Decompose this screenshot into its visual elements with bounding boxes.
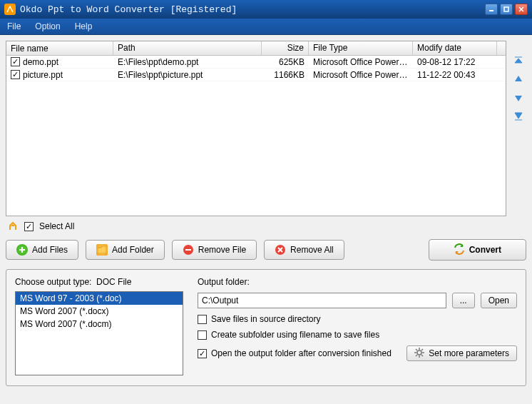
app-icon bbox=[4, 4, 16, 15]
move-top-button[interactable] bbox=[513, 55, 524, 66]
bottom-panel: Choose output type: DOC File MS Word 97 … bbox=[6, 269, 526, 386]
svg-line-18 bbox=[421, 349, 423, 350]
output-type-option[interactable]: MS Word 97 - 2003 (*.doc) bbox=[16, 292, 183, 305]
x-red-icon bbox=[275, 244, 286, 256]
convert-button[interactable]: Convert bbox=[429, 239, 526, 261]
svg-line-16 bbox=[416, 349, 417, 350]
svg-line-17 bbox=[421, 355, 423, 356]
window-title: Okdo Ppt to Word Converter [Registered] bbox=[20, 4, 485, 15]
file-table: File name Path Size File Type Modify dat… bbox=[6, 41, 506, 216]
row-filename: demo.ppt bbox=[23, 57, 58, 67]
folder-icon bbox=[96, 244, 108, 256]
gear-icon bbox=[414, 348, 424, 360]
close-button[interactable] bbox=[515, 4, 528, 15]
menu-file[interactable]: File bbox=[4, 20, 24, 33]
output-type-list[interactable]: MS Word 97 - 2003 (*.doc)MS Word 2007 (*… bbox=[15, 291, 183, 375]
table-row[interactable]: demo.pptE:\Files\ppt\demo.ppt625KBMicros… bbox=[6, 56, 506, 69]
svg-line-10 bbox=[278, 248, 282, 252]
output-type-option[interactable]: MS Word 2007 (*.docx) bbox=[16, 305, 183, 318]
open-folder-button[interactable]: Open bbox=[481, 293, 517, 308]
svg-line-2 bbox=[519, 7, 523, 11]
svg-point-6 bbox=[183, 245, 193, 255]
plus-icon bbox=[16, 244, 28, 256]
save-source-checkbox[interactable] bbox=[198, 315, 207, 324]
svg-line-9 bbox=[278, 248, 282, 252]
svg-point-11 bbox=[417, 350, 421, 355]
col-header-type[interactable]: File Type bbox=[309, 41, 413, 55]
row-date: 11-12-22 00:43 bbox=[413, 69, 497, 81]
menubar: File Option Help bbox=[0, 19, 532, 35]
col-header-date[interactable]: Modify date bbox=[413, 41, 497, 55]
col-header-name[interactable]: File name bbox=[6, 41, 113, 55]
remove-all-button[interactable]: Remove All bbox=[264, 240, 344, 260]
svg-rect-1 bbox=[504, 7, 508, 11]
row-size: 625KB bbox=[262, 56, 309, 68]
menu-help[interactable]: Help bbox=[72, 20, 96, 33]
row-checkbox[interactable] bbox=[11, 57, 20, 66]
col-header-size[interactable]: Size bbox=[262, 41, 309, 55]
minimize-button[interactable] bbox=[485, 4, 498, 15]
browse-button[interactable]: ... bbox=[452, 293, 475, 308]
save-source-label: Save files in source directory bbox=[211, 314, 320, 324]
move-down-button[interactable] bbox=[513, 92, 524, 103]
select-all-checkbox[interactable] bbox=[24, 222, 34, 231]
row-path: E:\Files\ppt\demo.ppt bbox=[113, 56, 262, 68]
row-checkbox[interactable] bbox=[11, 70, 20, 79]
up-folder-icon[interactable] bbox=[7, 221, 19, 232]
create-subfolder-label: Create subfolder using filename to save … bbox=[211, 330, 379, 340]
add-files-button[interactable]: Add Files bbox=[6, 240, 78, 260]
output-type-label: Choose output type: DOC File bbox=[15, 277, 183, 287]
move-bottom-button[interactable] bbox=[513, 111, 524, 122]
titlebar: Okdo Ppt to Word Converter [Registered] bbox=[0, 0, 532, 19]
row-type: Microsoft Office PowerP... bbox=[309, 56, 413, 68]
col-header-path[interactable]: Path bbox=[113, 41, 262, 55]
remove-file-button[interactable]: Remove File bbox=[172, 240, 257, 260]
convert-icon bbox=[454, 243, 465, 257]
output-type-option[interactable]: MS Word 2007 (*.docm) bbox=[16, 318, 183, 330]
row-date: 09-08-12 17:22 bbox=[413, 56, 497, 68]
minus-red-icon bbox=[183, 244, 194, 256]
svg-line-19 bbox=[416, 355, 417, 356]
svg-point-8 bbox=[275, 245, 285, 255]
row-filename: picture.ppt bbox=[23, 70, 63, 80]
row-type: Microsoft Office PowerP... bbox=[309, 69, 413, 81]
row-size: 1166KB bbox=[262, 69, 309, 81]
svg-rect-7 bbox=[185, 249, 191, 251]
output-folder-label: Output folder: bbox=[198, 277, 517, 287]
table-row[interactable]: picture.pptE:\Files\ppt\picture.ppt1166K… bbox=[6, 69, 506, 81]
maximize-button[interactable] bbox=[500, 4, 513, 15]
create-subfolder-checkbox[interactable] bbox=[198, 330, 207, 340]
set-more-parameters-button[interactable]: Set more parameters bbox=[406, 345, 517, 361]
row-path: E:\Files\ppt\picture.ppt bbox=[113, 69, 262, 81]
open-after-checkbox[interactable] bbox=[198, 349, 207, 358]
add-folder-button[interactable]: Add Folder bbox=[86, 240, 165, 260]
menu-option[interactable]: Option bbox=[32, 20, 63, 33]
table-header: File name Path Size File Type Modify dat… bbox=[6, 41, 506, 56]
output-folder-input[interactable] bbox=[198, 293, 446, 308]
open-after-label: Open the output folder after conversion … bbox=[211, 348, 392, 358]
svg-line-3 bbox=[519, 7, 523, 11]
select-all-label: Select All bbox=[39, 221, 74, 231]
move-up-button[interactable] bbox=[513, 74, 524, 85]
select-all-row: Select All bbox=[6, 216, 526, 239]
